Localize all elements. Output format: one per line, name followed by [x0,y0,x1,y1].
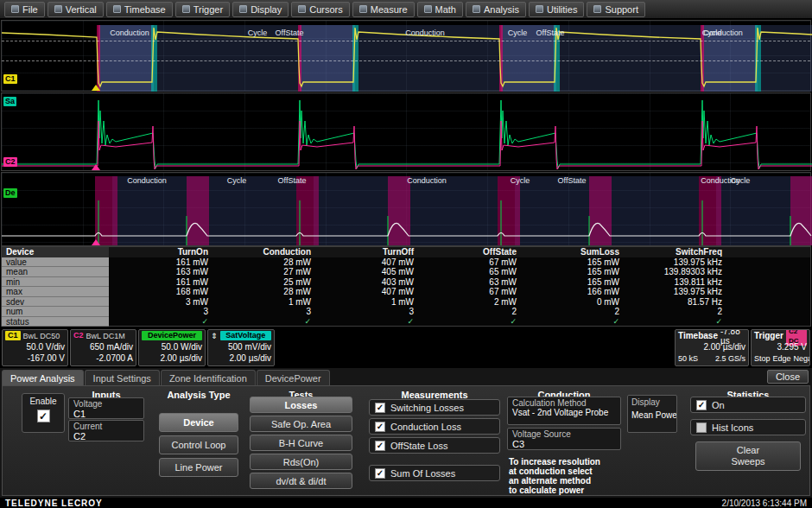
waveform-pane-c1[interactable]: ConductionCycleOffStateConductionCycleOf… [1,20,811,92]
cell-value-turnon: 161 mW [109,257,212,268]
waveform-pane-power[interactable]: ConductionCycleOffStateConductionCycleOf… [1,172,811,246]
checkbox-label: Switching Losses [390,403,464,413]
trigger-time-marker [92,85,100,91]
menu-item-file[interactable]: File [4,2,45,17]
cell-mean-turnoff: 405 mW [314,267,417,277]
voltage-value: C1 [73,409,139,419]
hist-icons-checkbox[interactable] [696,422,707,433]
cell-status-sumloss: ✓ [520,317,623,327]
waveform-pane-current[interactable]: Sa C2 [1,92,811,171]
status-bar: TELEDYNE LECROY 2/10/2013 6:13:44 PM [0,498,812,508]
voltage-input-field[interactable]: Voltage C1 [68,397,144,419]
sum-of-losses-checkbox[interactable] [375,468,385,479]
statistic-on[interactable]: On [690,397,806,413]
voltage-source-value: C3 [512,439,616,449]
c1-descriptor[interactable]: C1 BwL DC50 50.0 V/div -167.00 V [2,329,68,366]
tab-devicepower[interactable]: DevicePower [257,370,330,385]
menu-item-vertical[interactable]: Vertical [48,2,104,17]
menu-item-analysis[interactable]: Analysis [466,2,526,17]
timebase-descriptor[interactable]: Timebase -7.88 µs 2.00 µs/div 50 kS 2.5 … [675,329,749,366]
satvoltage-trace [2,100,812,168]
rds-on-button[interactable]: Rds(On) [250,454,352,470]
current-input-field[interactable]: Current C2 [68,420,144,441]
menu-item-support[interactable]: Support [587,2,645,17]
trigger-descriptor[interactable]: Trigger C2 DC 3.295 V Stop Edge Negative [751,329,810,366]
close-button[interactable]: Close [767,370,809,384]
calculation-method-field[interactable]: Calculation Method Vsat - 2nd Voltage Pr… [507,397,621,425]
menu-item-label: Vertical [66,4,97,15]
conduction-loss-checkbox[interactable] [375,422,385,432]
utilities-menu-icon [536,5,543,13]
trigger-menu-icon [182,5,190,13]
menu-item-trigger[interactable]: Trigger [175,2,230,17]
menu-item-label: Analysis [484,4,519,15]
cell-value-switchfreq: 139.975 kHz [623,257,726,268]
c2-scale: 650 mA/div [71,341,136,352]
clear-sweeps-button[interactable]: Clear Sweeps [695,441,801,471]
device-button[interactable]: Device [159,413,238,432]
c1-coupling-label: BwL DC50 [23,332,60,340]
measurement-sum-of-losses[interactable]: Sum Of Losses [369,465,500,481]
cell-value-offstate: 67 mW [417,257,520,268]
switching-losses-checkbox[interactable] [375,403,385,413]
menu-item-cursors[interactable]: Cursors [291,2,350,17]
c2-descriptor[interactable]: C2 BwL DC1M 650 mA/div -2.0700 A [70,329,136,366]
menu-item-display[interactable]: Display [232,2,289,17]
c2-badge: C2 [73,331,84,340]
enable-checkbox[interactable] [37,410,50,422]
menu-item-label: Trigger [193,4,223,15]
control-loop-button[interactable]: Control Loop [159,435,238,454]
voltage-source-field[interactable]: Voltage Source C3 [507,428,621,450]
satvoltage-trace-tag[interactable]: Sa [3,97,16,106]
satvoltage-descriptor[interactable]: ⇕ SatVoltage 500 mV/div 2.00 µs/div [207,329,275,366]
safe-op-area-button[interactable]: Safe Op. Area [250,416,352,432]
menu-item-measure[interactable]: Measure [352,2,415,17]
cursor-line-lower[interactable] [2,60,810,61]
conduction-hint-text: To increase resolution at conduction sel… [509,457,630,495]
timebase-samples: 50 kS [678,354,698,363]
tab-power-analysis[interactable]: Power Analysis [2,370,84,385]
cell-mean-switchfreq: 139.89303 kHz [623,267,726,277]
trigger-level: 3.295 V [752,341,809,352]
column-header-spacer [726,247,810,257]
on-checkbox[interactable] [696,400,707,410]
column-header-sumloss: SumLoss [520,247,623,257]
measurement-offstate-loss[interactable]: OffState Loss [369,437,500,454]
satvoltage-scale: 500 mV/div [208,341,274,352]
satvoltage-title: SatVoltage [220,331,271,340]
timebase-menu-icon [113,5,121,13]
devicepower-descriptor[interactable]: DevicePower 50.0 W/div 2.00 µs/div [138,329,206,366]
cell-sdev-turnon: 3 mW [109,297,212,308]
menu-item-math[interactable]: Math [417,2,463,17]
cell-num-sumloss: 2 [520,307,623,317]
cursor-line-upper[interactable] [2,41,810,41]
dv-dt-di-dt-button[interactable]: dv/dt & di/dt [250,473,352,489]
measurement-switching-losses[interactable]: Switching Losses [369,399,500,416]
offstate-loss-checkbox[interactable] [375,441,385,451]
statistics-list: OnHist Icons [690,397,806,435]
statistic-hist-icons[interactable]: Hist Icons [690,419,806,435]
c1-trace-tag[interactable]: C1 [3,74,17,84]
cell-max-switchfreq: 139.975 kHz [623,287,726,297]
display-group[interactable]: Display Mean Powe [627,395,677,433]
tab-input-settings[interactable]: Input Settings [85,370,160,385]
devicepower-trace-tag[interactable]: De [3,188,17,198]
measurement-conduction-loss[interactable]: Conduction Loss [369,418,500,435]
enable-group: Enable [22,393,65,433]
row-spacer [726,307,810,317]
devicepower-scale: 50.0 W/div [139,341,205,352]
menu-bar: FileVerticalTimebaseTriggerDisplayCursor… [0,0,812,19]
menu-item-utilities[interactable]: Utilities [529,2,584,17]
cell-num-turnoff: 3 [314,307,417,317]
line-power-button[interactable]: Line Power [159,458,238,477]
losses-button[interactable]: Losses [250,397,352,413]
menu-item-timebase[interactable]: Timebase [106,2,173,17]
b-h-curve-button[interactable]: B-H Curve [250,435,352,451]
tab-zone-identification[interactable]: Zone Identification [161,370,256,385]
cell-max-sumloss: 166 mW [520,287,623,297]
devicepower-timebase: 2.00 µs/div [139,352,205,364]
measure-menu-icon [359,5,367,13]
dialog-tab-bar: Power AnalysisInput SettingsZone Identif… [0,368,812,385]
c2-trace-tag[interactable]: C2 [3,157,17,167]
cell-value-sumloss: 165 mW [520,257,623,268]
